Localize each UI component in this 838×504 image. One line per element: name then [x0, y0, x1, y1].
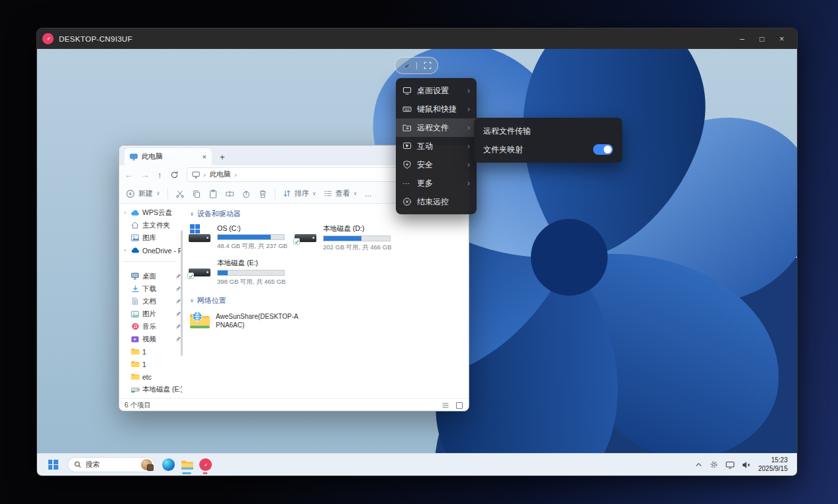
wps-cloud-icon — [130, 210, 140, 216]
search-placeholder: 搜索 — [85, 460, 141, 470]
network-share-item[interactable]: AweSunShare(DESKTOP-APNA6AC) — [189, 310, 469, 330]
menu-item-desktop-settings[interactable]: 桌面设置 › — [396, 81, 477, 100]
cut-button[interactable] — [175, 189, 185, 198]
menu-item-end-session[interactable]: 结束远控 — [396, 192, 477, 211]
sidebar-scrollbar[interactable] — [181, 230, 183, 356]
refresh-button[interactable] — [170, 171, 179, 179]
sidebar-item-pictures[interactable]: 图片 — [119, 308, 183, 320]
breadcrumb-this-pc[interactable]: 此电脑 — [210, 170, 231, 179]
maximize-button[interactable]: □ — [752, 31, 772, 47]
taskbar-item-awesun[interactable] — [196, 456, 214, 474]
view-button[interactable]: 查看 ∨ — [324, 189, 357, 198]
large-icons-view-button[interactable] — [455, 401, 463, 409]
shield-icon — [402, 160, 412, 169]
submenu-item-folder-mapping[interactable]: 文件夹映射 — [474, 140, 622, 159]
details-view-button[interactable] — [442, 401, 449, 409]
menu-item-interact[interactable]: 互动 › — [396, 137, 477, 155]
more-options-button[interactable]: … — [365, 190, 372, 198]
sidebar-item-folder-1[interactable]: 1 — [119, 345, 183, 358]
back-button[interactable]: ← — [124, 171, 133, 179]
taskbar-clock[interactable]: 15:23 2025/9/15 — [759, 456, 788, 473]
tab-close-icon[interactable]: × — [203, 153, 207, 161]
menu-item-security[interactable]: 安全 › — [396, 155, 477, 174]
expander-icon[interactable]: › — [122, 210, 128, 216]
toolbar-divider — [167, 189, 168, 199]
videos-icon — [130, 336, 140, 343]
drive-icon — [130, 386, 140, 393]
folder-icon — [130, 373, 140, 380]
expander-icon[interactable]: › — [122, 247, 128, 253]
sidebar-item-downloads[interactable]: 下载 — [119, 282, 183, 295]
interact-icon — [402, 142, 412, 151]
cast-display-icon[interactable] — [725, 461, 735, 469]
minimize-button[interactable]: – — [732, 31, 752, 47]
taskbar-item-explorer[interactable] — [177, 456, 196, 474]
sidebar-item-gallery[interactable]: 图库 — [119, 231, 183, 244]
remote-desktop[interactable]: 此电脑 × + ← → ↑ › 此 — [37, 49, 797, 453]
network-share-icon — [189, 310, 211, 330]
paste-button[interactable] — [209, 189, 218, 198]
toggle-knob — [604, 146, 612, 153]
sidebar-item-drive-e[interactable]: 本地磁盘 (E:) — [119, 383, 183, 396]
fullscreen-icon[interactable] — [424, 62, 432, 69]
awesun-logo-icon — [42, 33, 54, 44]
sort-arrows-icon — [283, 189, 291, 198]
start-button[interactable] — [44, 456, 62, 474]
delete-button[interactable] — [258, 189, 267, 198]
document-icon — [130, 298, 140, 305]
drive-c-icon — [189, 224, 212, 245]
sidebar-item-music[interactable]: 音乐 — [119, 320, 183, 333]
items-count: 6 个项目 — [124, 401, 151, 410]
sidebar-item-onedrive[interactable]: › OneDrive - Per — [119, 244, 183, 257]
gallery-icon — [130, 234, 140, 241]
hidden-icons-chevron[interactable] — [695, 462, 702, 468]
explorer-main-pane: ∨ 设备和驱动器 OS (C:) 48.4 GB — [183, 204, 469, 398]
menu-item-more[interactable]: ··· 更多 › — [396, 174, 477, 192]
sidebar-item-documents[interactable]: 文档 — [119, 295, 183, 308]
awesun-bird-icon[interactable] — [402, 62, 410, 70]
active-app-indicator — [182, 472, 191, 474]
clock-time: 15:23 — [759, 456, 788, 465]
sidebar-item-folder-1b[interactable]: 1 — [119, 358, 183, 370]
drive-e[interactable]: 本地磁盘 (E:) 398 GB 可用, 共 465 GB — [189, 258, 288, 286]
sidebar-item-home[interactable]: 主文件夹 — [119, 219, 183, 231]
breadcrumb-separator: › — [204, 171, 206, 179]
sidebar-item-desktop[interactable]: 桌面 — [119, 270, 183, 282]
clock-date: 2025/9/15 — [759, 465, 788, 474]
tab-this-pc[interactable]: 此电脑 × — [124, 148, 212, 165]
sidebar-item-videos[interactable]: 视频 — [119, 333, 183, 345]
rename-button[interactable] — [225, 189, 234, 198]
sidebar-item-wps-cloud[interactable]: › WPS云盘 — [119, 206, 183, 219]
collapse-icon[interactable]: ∨ — [190, 211, 194, 217]
folder-mapping-toggle[interactable] — [593, 144, 613, 155]
pill-divider — [416, 62, 417, 69]
up-button[interactable]: ↑ — [158, 171, 162, 179]
drive-e-icon — [189, 258, 212, 280]
copy-button[interactable] — [192, 189, 201, 198]
sidebar-item-folder-etc[interactable]: etc — [119, 370, 183, 383]
new-button[interactable]: 新建 ∨ — [126, 189, 160, 198]
drive-d[interactable]: 本地磁盘 (D:) 202 GB 可用, 共 466 GB — [295, 224, 394, 252]
taskbar: 搜索 — [37, 453, 797, 476]
share-button[interactable] — [242, 189, 251, 198]
monitor-icon — [402, 86, 412, 95]
volume-muted-icon[interactable] — [742, 461, 751, 469]
new-tab-button[interactable]: + — [220, 148, 225, 165]
taskbar-item-edge[interactable] — [159, 456, 177, 474]
taskbar-search[interactable]: 搜索 — [68, 457, 155, 472]
search-highlight-image[interactable] — [141, 459, 152, 470]
sort-button[interactable]: 排序 ∨ — [283, 189, 316, 198]
menu-item-remote-files[interactable]: 远程文件 › — [396, 118, 477, 137]
remote-window-titlebar[interactable]: DESKTOP-CN9I3UF – □ × — [37, 28, 797, 49]
awesun-tray-icon[interactable] — [710, 460, 718, 469]
menu-item-keyboard-shortcuts[interactable]: 键鼠和快捷 › — [396, 100, 477, 118]
view-list-icon — [324, 189, 332, 198]
section-network-locations[interactable]: ∨ 网络位置 — [190, 296, 469, 306]
collapse-icon[interactable]: ∨ — [190, 298, 194, 304]
tab-title: 此电脑 — [142, 152, 199, 161]
drive-c[interactable]: OS (C:) 48.4 GB 可用, 共 237 GB — [189, 224, 288, 252]
remote-quick-toolbar[interactable] — [395, 57, 438, 74]
close-button[interactable]: × — [772, 31, 792, 47]
submenu-item-file-transfer[interactable]: 远程文件传输 — [474, 122, 622, 140]
forward-button[interactable]: → — [141, 171, 150, 179]
